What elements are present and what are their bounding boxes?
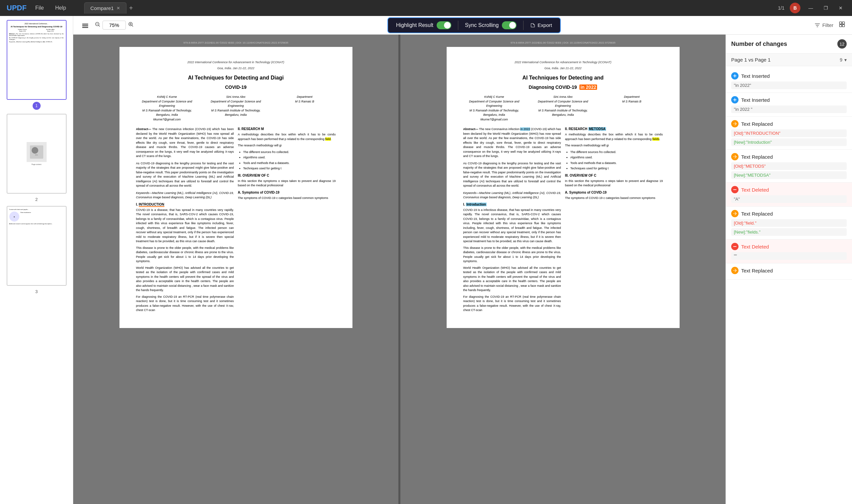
left-title: AI Techniques for Detecting and Diagi	[136, 74, 336, 82]
change-label-7: Text Deleted	[741, 244, 769, 250]
page-compare-row[interactable]: Page 1 vs Page 1 9 ▾	[726, 54, 852, 66]
svg-rect-12	[839, 24, 842, 27]
tab-compare1[interactable]: Compare1 ✕	[84, 2, 126, 14]
left-two-col: Abstract— The new Coronavirus infection …	[136, 124, 336, 315]
change-new-value-3: [New]:"Introduction"	[734, 140, 772, 145]
change-value-2: "in 2022 "	[731, 106, 847, 113]
maximize-button[interactable]: ❐	[821, 4, 831, 12]
change-item-6[interactable]: Text Replaced [Old]:"field." [New]:"fiel…	[726, 206, 852, 239]
svg-rect-0	[82, 24, 88, 24]
menu-bar: File Help	[31, 3, 71, 13]
pdf-page-right: 2022 International Conference for Advanc…	[447, 47, 680, 328]
change-item-4[interactable]: Text Replaced [Old]:"METODS" [New]:"METO…	[726, 150, 852, 183]
change-type-5: Text Deleted	[731, 186, 847, 193]
zoom-value-display[interactable]: 75%	[103, 21, 126, 30]
change-type-7: Text Deleted	[731, 243, 847, 250]
zoom-out-button[interactable]	[94, 21, 101, 29]
change-type-1: Text Inserted	[731, 72, 847, 79]
left-section3-text: In this section the symptoms o steps tak…	[238, 179, 336, 188]
thumbnail-page-2[interactable]: John Page content 2	[3, 114, 70, 202]
change-label-1: Text Inserted	[741, 73, 770, 79]
change-value-5: "A"	[731, 195, 847, 203]
left-abstract-2: As COVID-19 diagnosing is the lengthy pr…	[136, 161, 234, 188]
replace-icon-4	[731, 153, 739, 160]
right-subtitle-highlight: in 2022	[580, 85, 597, 90]
change-new-6: [New]:"fields."	[731, 228, 847, 236]
pdf-page-left: 2022 International Conference for Advanc…	[120, 47, 352, 328]
page-compare-label: Page 1 vs Page 1	[731, 57, 770, 62]
insert-icon-1	[731, 72, 739, 79]
thumbnail-page-1[interactable]: 2022 International Conference... AI Tech…	[3, 20, 70, 110]
left-location: Goa, India. Jan 21-22, 2022	[136, 66, 336, 71]
right-research: The research methodology will gi	[565, 143, 663, 148]
export-label: Export	[537, 22, 552, 28]
menu-file[interactable]: File	[31, 3, 49, 13]
toolbar-divider-1	[458, 21, 458, 30]
right-section2-text: A methodology describes the box within w…	[565, 132, 663, 141]
change-old-4: [Old]:"METODS"	[731, 162, 847, 170]
page-number-2: 2	[35, 197, 38, 202]
changes-panel: Number of changes 12 Page 1 vs Page 1 9 …	[726, 35, 852, 504]
right-subtitle: Diagnosing COVID-19 in 2022	[463, 84, 663, 91]
menu-help[interactable]: Help	[51, 3, 71, 13]
highlight-result-label: Highlight Result	[396, 22, 433, 28]
filter-label: Filter	[822, 22, 833, 28]
left-authors: Kshitij C Kurne Department of Computer S…	[136, 95, 336, 122]
right-bullets: The different sources fro collected. Alg…	[565, 150, 663, 171]
change-type-4: Text Replaced	[731, 153, 847, 160]
zoom-control: 75%	[94, 21, 134, 30]
change-type-6: Text Replaced	[731, 210, 847, 217]
change-new-3: [New]:"Introduction"	[731, 138, 847, 146]
change-item-1[interactable]: Text Inserted "in 2022"	[726, 69, 852, 93]
title-bar: UPDF File Help Compare1 ✕ + 1/1 B — ❐ ✕	[0, 0, 852, 16]
right-section3a-text: The symptoms of COVID-19 c categories ba…	[565, 196, 663, 201]
page-number-3: 3	[35, 289, 38, 294]
change-value-1: "in 2022"	[731, 82, 847, 89]
left-subtitle: COVID-19	[136, 84, 336, 91]
right-authors: Kshitij C Kurne Department of Computer S…	[463, 95, 663, 122]
right-section3a-title: A. Symptoms of COVID-19	[565, 190, 663, 195]
close-button[interactable]: ✕	[836, 4, 845, 12]
change-label-4: Text Replaced	[741, 154, 773, 160]
left-keywords: Keywords—Machine Learning (ML), Artifici…	[136, 191, 234, 200]
minimize-button[interactable]: —	[806, 4, 816, 12]
highlight-result-toggle[interactable]	[437, 21, 451, 29]
left-research: The research methodology will gi	[238, 143, 336, 148]
change-item-5[interactable]: Text Deleted "A"	[726, 183, 852, 206]
change-item-2[interactable]: Text Inserted "in 2022 "	[726, 93, 852, 117]
change-item-3[interactable]: Text Replaced [Old]:"INTRODUCTION" [New]…	[726, 117, 852, 150]
page-compare-count: 9 ▾	[840, 57, 847, 62]
page-label-2: 2	[35, 196, 38, 202]
change-item-8[interactable]: Text Replaced	[726, 264, 852, 280]
right-section3-title: III. OVERVIEW OF C	[565, 173, 663, 178]
layout-button[interactable]	[839, 21, 845, 29]
tab-close-icon[interactable]: ✕	[117, 6, 120, 11]
filter-button[interactable]: Filter	[814, 22, 833, 28]
right-author-1: Kshitij C Kurne Department of Computer S…	[463, 95, 526, 122]
right-col-2: II. RESEARCH METODSA A methodology descr…	[565, 124, 663, 315]
tab-add-button[interactable]: +	[129, 4, 133, 12]
svg-rect-1	[82, 25, 88, 26]
change-label-6: Text Replaced	[741, 211, 773, 217]
toolbar-left: 75%	[80, 20, 134, 31]
svg-rect-10	[839, 22, 842, 24]
export-button[interactable]: Export	[530, 22, 552, 28]
pdf-panel-left[interactable]: 979-8-6654-2577-3/22/$31.00 ©2022 IEEE |…	[73, 35, 398, 504]
change-item-7[interactable]: Text Deleted ""	[726, 239, 852, 264]
app-logo: UPDF	[7, 4, 26, 12]
right-author-2: Sini Anna Alex Department of Computer Sc…	[532, 95, 594, 122]
chevron-down-icon: ▾	[844, 57, 847, 62]
thumbnail-page-3[interactable]: Content with charts and graphs... ◉ Data…	[3, 206, 70, 294]
pdf-panel-right[interactable]: 979-8-6654-2577-3/22/$31.00 ©2022 IEEE |…	[401, 35, 726, 504]
change-old-value-4: [Old]:"METODS"	[734, 164, 766, 169]
zoom-in-button[interactable]	[128, 21, 134, 29]
content-area: 979-8-6654-2577-3/22/$31.00 ©2022 IEEE |…	[73, 35, 852, 504]
layers-icon[interactable]	[80, 20, 90, 31]
tab-title: Compare1	[90, 5, 114, 11]
user-avatar: B	[790, 3, 800, 13]
left-abstract: Abstract— The new Coronavirus infection …	[136, 127, 234, 159]
svg-rect-2	[82, 27, 88, 28]
svg-line-9	[132, 25, 133, 26]
sync-scrolling-toggle[interactable]	[502, 21, 516, 29]
thumbnail-image-1: 2022 International Conference... AI Tech…	[7, 20, 67, 100]
